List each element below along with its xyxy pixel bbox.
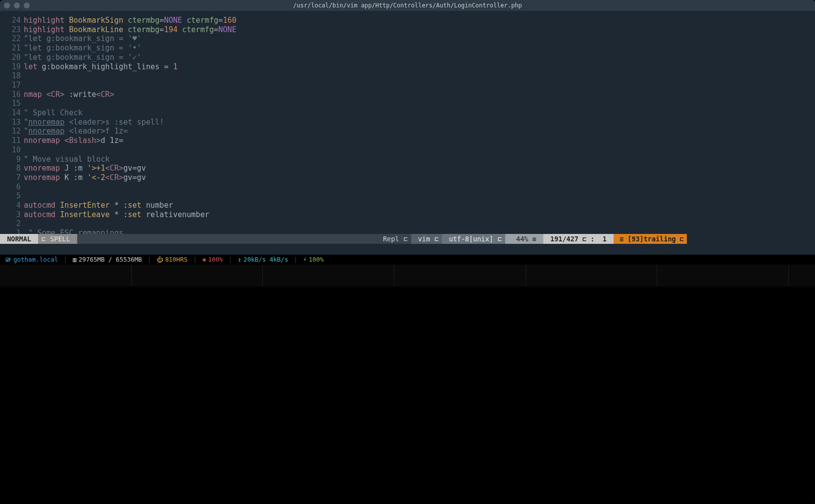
filetype-label: vim [414, 235, 434, 243]
editor-line[interactable]: 10 [0, 145, 815, 155]
tmux-pane-col[interactable] [789, 265, 815, 286]
battery-label: 810HRS [165, 256, 188, 263]
line-code[interactable] [24, 145, 815, 155]
encoding-segment: utf-8[unix] ⊏ [442, 234, 505, 244]
vim-statusline: NORMAL ⊏ SPELL ⊏⎇ ~/.vimrc.local Repl ⊏ … [0, 234, 687, 244]
mode-indicator: NORMAL [0, 234, 38, 244]
editor-line[interactable]: 9" Move visual block [0, 155, 815, 164]
editor-line[interactable]: 24highlight BookmarkSign ctermbg=NONE ct… [0, 16, 815, 25]
editor-line[interactable]: 5 [0, 191, 815, 201]
editor-line[interactable]: 21"let g:bookmark_sign = '•' [0, 44, 815, 53]
net-icon: ↕ [238, 256, 242, 263]
editor-line[interactable]: 4autocmd InsertEnter * :set number [0, 201, 815, 210]
line-number: 9 [0, 155, 24, 164]
editor-line[interactable]: 8vnoremap J :m '>+1<CR>gv=gv [0, 164, 815, 173]
line-code[interactable]: let g:bookmark_highlight_lines = 1 [24, 62, 815, 72]
editor-line[interactable]: 19let g:bookmark_highlight_lines = 1 [0, 62, 815, 72]
editor-line[interactable]: 3autocmd InsertLeave * :set relativenumb… [0, 210, 815, 220]
footer-fill [0, 286, 815, 504]
tmux-pane-col[interactable] [394, 265, 526, 286]
line-code[interactable]: "let g:bookmark_sign = '✓' [24, 53, 815, 62]
net-label: 20kB/s 4kB/s [243, 256, 288, 263]
line-code[interactable]: highlight BookmarkLine ctermbg=194 cterm… [24, 25, 815, 35]
mem-label: 29765MB / 65536MB [79, 256, 142, 263]
line-code[interactable] [24, 183, 815, 192]
wifi-label: 100% [309, 256, 324, 263]
percent-segment: 44% ≡ [505, 234, 543, 244]
line-code[interactable]: "nnoremap <leader>s :set spell! [24, 118, 815, 127]
spell-indicator: ⊏ SPELL [38, 234, 77, 244]
line-number: 19 [0, 62, 24, 72]
close-icon[interactable] [4, 2, 10, 8]
line-code[interactable]: "let g:bookmark_sign = '•' [24, 44, 815, 53]
repl-label: Repl [383, 235, 403, 243]
editor-line[interactable]: 23highlight BookmarkLine ctermbg=194 cte… [0, 25, 815, 35]
line-code[interactable]: " Spell Check [24, 108, 815, 118]
line-code[interactable]: "nnoremap <leader>f 1z= [24, 127, 815, 136]
line-number: 8 [0, 164, 24, 173]
battery-chip: ⏻ 810HRS [155, 256, 190, 263]
editor-line[interactable]: 7vnoremap K :m '<-2<CR>gv=gv [0, 173, 815, 183]
line-code[interactable]: autocmd InsertEnter * :set number [24, 201, 815, 210]
line-number: 22 [0, 34, 24, 44]
position-segment: 191/427 ⊏ : 1 [543, 234, 614, 244]
editor-line[interactable]: 15 [0, 99, 815, 108]
line-number: 4 [0, 201, 24, 210]
line-number: 15 [0, 99, 24, 108]
encoding-label: utf-8[unix] [445, 235, 497, 243]
line-code[interactable]: nmap <CR> :write<CR> [24, 90, 815, 99]
line-number: 21 [0, 44, 24, 53]
line-code[interactable] [24, 99, 815, 108]
tmux-pane-col[interactable] [526, 265, 658, 286]
line-code[interactable]: highlight BookmarkSign ctermbg=NONE cter… [24, 16, 815, 25]
editor-line[interactable]: 12"nnoremap <leader>f 1z= [0, 127, 815, 136]
line-code[interactable]: vnoremap K :m '<-2<CR>gv=gv [24, 173, 815, 183]
line-code[interactable] [24, 81, 815, 90]
tmux-pane-col[interactable] [263, 265, 394, 286]
editor-line[interactable]: 11nnoremap <Bslash>d 1z= [0, 136, 815, 145]
editor-line[interactable]: 17 [0, 81, 815, 90]
editor-line[interactable]: 20"let g:bookmark_sign = '✓' [0, 53, 815, 62]
line-code[interactable]: autocmd InsertLeave * :set relativenumbe… [24, 210, 815, 220]
editor-line[interactable]: 13"nnoremap <leader>s :set spell! [0, 118, 815, 127]
minimize-icon[interactable] [14, 2, 20, 8]
trailing-warning: ≡ [93]trailing ⊏ [617, 234, 687, 244]
line-number: 1 [0, 229, 24, 233]
cpu-label: 100% [208, 256, 223, 263]
editor-line[interactable]: 2 [0, 219, 815, 229]
editor-line[interactable]: 18 [0, 71, 815, 81]
line-number: 23 [0, 25, 24, 35]
battery-icon: ⏻ [157, 256, 163, 263]
spell-label: SPELL [46, 235, 74, 243]
line-code[interactable]: " Some ESC remappings [24, 229, 815, 233]
editor-pane[interactable]: 24highlight BookmarkSign ctermbg=NONE ct… [0, 11, 815, 234]
line-number: 6 [0, 183, 24, 192]
line-number: 11 [0, 136, 24, 145]
line-number: 20 [0, 53, 24, 62]
line-number: 10 [0, 145, 24, 155]
wifi-icon: ⚡ [303, 256, 307, 263]
tmux-pane-col[interactable] [0, 265, 132, 286]
editor-line[interactable]: 6 [0, 183, 815, 192]
editor-line[interactable]: 1 " Some ESC remappings [0, 229, 815, 233]
mem-chip: ▥ 29765MB / 65536MB [71, 256, 144, 263]
line-code[interactable]: vnoremap J :m '>+1<CR>gv=gv [24, 164, 815, 173]
file-segment: ⊏⎇ ~/.vimrc.local [77, 234, 380, 244]
line-code[interactable] [24, 71, 815, 81]
line-code[interactable] [24, 219, 815, 229]
editor-line[interactable]: 16nmap <CR> :write<CR> [0, 90, 815, 99]
line-code[interactable]: "let g:bookmark_sign = '♥' [24, 34, 815, 44]
line-code[interactable]: " Move visual block [24, 155, 815, 164]
line-code[interactable]: nnoremap <Bslash>d 1z= [24, 136, 815, 145]
tmux-pane-col[interactable] [657, 265, 789, 286]
line-number: 12 [0, 127, 24, 136]
tmux-pane-col[interactable] [132, 265, 263, 286]
editor-line[interactable]: 22"let g:bookmark_sign = '♥' [0, 34, 815, 44]
zoom-icon[interactable] [24, 2, 30, 8]
editor-line[interactable]: 14" Spell Check [0, 108, 815, 118]
trailing-label: [93]trailing [623, 235, 680, 243]
host-chip: 🖳 gotham.local [3, 256, 60, 263]
line-code[interactable] [24, 191, 815, 201]
line-number: 2 [0, 219, 24, 229]
mem-icon: ▥ [73, 256, 77, 263]
